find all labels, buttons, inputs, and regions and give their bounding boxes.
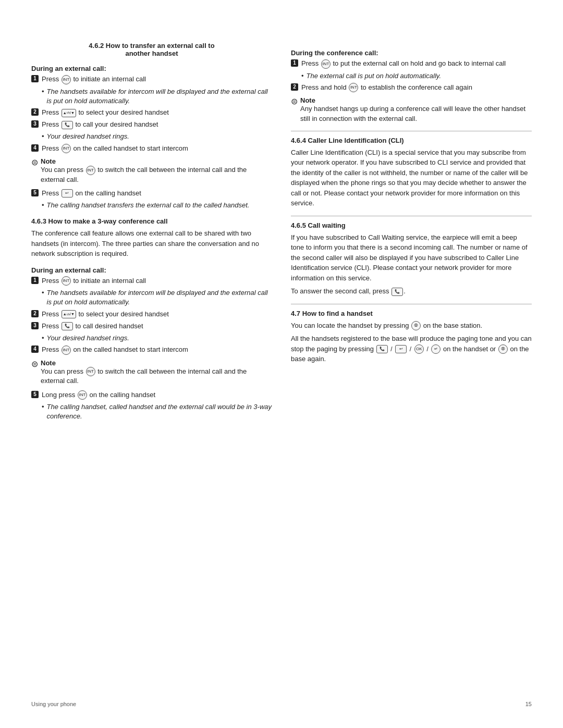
section-462-steps-4: 5 Press ↩ on the calling handset: [31, 189, 272, 198]
conf-step-2: 2 Press and hold INT to establish the co…: [291, 83, 532, 93]
int-icon-conf-2: INT: [349, 83, 358, 92]
conf-steps: 1 Press INT to put the external call on …: [291, 59, 532, 69]
during-conference-section: During the conference call: 1 Press INT …: [291, 49, 532, 124]
bullet-463-1: The handsets available for intercom will…: [42, 288, 272, 307]
section-462-bullets-3: The calling handset transfers the extern…: [42, 201, 272, 210]
note-icon-conf: ⊜: [291, 96, 298, 106]
section-47-text2: All the handsets registered to the base …: [291, 334, 532, 364]
ok-icon-47: OK: [414, 344, 424, 354]
during-external-call-label-1: During an external call:: [31, 65, 272, 72]
step-463-1: 1 Press INT to initiate an internal call: [31, 276, 272, 286]
section-463-steps-4: 5 Long press INT on the calling handset: [31, 390, 272, 400]
during-external-call-label-2: During an external call:: [31, 266, 272, 274]
note-box-1: ⊜ Note You can press INT to switch the c…: [31, 157, 272, 184]
step-463-3: 3 Press 📞 to call desired handset: [31, 322, 272, 331]
section-463-bullets-2: Your desired handset rings.: [42, 334, 272, 343]
int-icon-note: INT: [86, 166, 95, 175]
conf-steps-2: 2 Press and hold INT to establish the co…: [291, 83, 532, 93]
section-462-title: 4.6.2 How to transfer an external call t…: [31, 42, 272, 57]
section-462-bullets-1: The handsets available for intercom will…: [42, 87, 272, 106]
bullet-463-3: The calling handset, called handset and …: [42, 402, 272, 421]
int-icon-463: INT: [62, 276, 71, 286]
section-462-steps-3: 4 Press INT on the called handset to sta…: [31, 144, 272, 154]
conf-step-1: 1 Press INT to put the external call on …: [291, 59, 532, 69]
call-icon-463: 📞: [62, 322, 73, 330]
divider-1: [291, 131, 532, 131]
note-icon-463: ⊜: [31, 359, 38, 369]
end-icon: ↩: [62, 189, 73, 198]
end-icon-47: ↩: [395, 345, 407, 353]
call-icon: 📞: [62, 121, 73, 129]
int-icon: INT: [62, 75, 71, 84]
step-463-5: 5 Long press INT on the calling handset: [31, 390, 272, 400]
note-box-conf: ⊜ Note Any handset hangs up during a con…: [291, 96, 532, 123]
divider-3: [291, 304, 532, 304]
section-462-steps: 1 Press INT to initiate an internal call: [31, 75, 272, 84]
section-463-intro: The conference call feature allows one e…: [31, 228, 272, 259]
section-464-title: 4.6.4 Caller Line Identification (CLI): [291, 137, 532, 144]
section-463-bullets-1: The handsets available for intercom will…: [42, 288, 272, 307]
during-conference-label: During the conference call:: [291, 49, 532, 57]
int-icon-2: INT: [62, 144, 71, 153]
int-icon-463-5: INT: [78, 390, 87, 400]
section-465-text1: If you have subscribed to Call Waiting s…: [291, 232, 532, 283]
left-column: 4.6.2 How to transfer an external call t…: [31, 42, 272, 428]
note-icon-1: ⊜: [31, 157, 38, 167]
bullet-1: The handsets available for intercom will…: [42, 87, 272, 106]
footer-right: 15: [525, 701, 532, 707]
section-463-title: 4.6.3 How to make a 3-way conference cal…: [31, 217, 272, 225]
nav-icon-463: ▲ch/▼: [62, 310, 76, 318]
section-47-text1: You can locate the handset by pressing ⦿…: [291, 320, 532, 331]
page-icon-47: ⦿: [498, 344, 508, 354]
note-box-463: ⊜ Note You can press INT to switch the c…: [31, 359, 272, 386]
step-463-2: 2 Press ▲ch/▼ to select your desired han…: [31, 310, 272, 319]
talk-icon-465: 📞: [391, 288, 403, 296]
right-column: During the conference call: 1 Press INT …: [291, 42, 532, 428]
section-463-steps-1: 1 Press INT to initiate an internal call: [31, 276, 272, 286]
bullet-2: Your desired handset rings.: [42, 132, 272, 141]
page-icon: ⦿: [411, 321, 421, 330]
step-3: 3 Press 📞 to call your desired handset: [31, 120, 272, 129]
footer-left: Using your phone: [31, 701, 76, 707]
section-462: 4.6.2 How to transfer an external call t…: [31, 42, 272, 210]
int-icon-conf-1: INT: [321, 59, 331, 69]
page-layout: 4.6.2 How to transfer an external call t…: [31, 42, 532, 428]
conf-bullets-1: The external call is put on hold automat…: [301, 71, 532, 81]
nav-icon: ▲ch/▼: [62, 109, 76, 117]
section-47: 4.7 How to find a handset You can locate…: [291, 310, 532, 364]
section-463-steps-2: 2 Press ▲ch/▼ to select your desired han…: [31, 310, 272, 331]
section-464-text: Caller Line Identification (CLI) is a sp…: [291, 147, 532, 208]
step-1: 1 Press INT to initiate an internal call: [31, 75, 272, 84]
section-462-bullets-2: Your desired handset rings.: [42, 132, 272, 141]
bullet-463-2: Your desired handset rings.: [42, 334, 272, 343]
int-icon-note-463: INT: [86, 367, 95, 376]
section-465-text2: To answer the second call, press 📞.: [291, 286, 532, 297]
divider-2: [291, 216, 532, 216]
step-2: 2 Press ▲ch/▼ to select your desired han…: [31, 108, 272, 117]
section-463: 4.6.3 How to make a 3-way conference cal…: [31, 217, 272, 421]
talk-icon-47: 📞: [376, 345, 388, 353]
footer: Using your phone 15: [31, 701, 532, 707]
bullet-3: The calling handset transfers the extern…: [42, 201, 272, 210]
step-463-4: 4 Press INT on the called handset to sta…: [31, 345, 272, 355]
step-5: 5 Press ↩ on the calling handset: [31, 189, 272, 198]
section-464: 4.6.4 Caller Line Identification (CLI) C…: [291, 137, 532, 208]
int-icon-463-4: INT: [62, 346, 71, 355]
section-462-steps-2: 2 Press ▲ch/▼ to select your desired han…: [31, 108, 272, 129]
back-icon-47: ↵: [431, 344, 440, 354]
section-463-bullets-3: The calling handset, called handset and …: [42, 402, 272, 421]
conf-bullet-1: The external call is put on hold automat…: [301, 71, 532, 81]
section-465: 4.6.5 Call waiting If you have subscribe…: [291, 221, 532, 297]
section-465-title: 4.6.5 Call waiting: [291, 221, 532, 229]
step-4: 4 Press INT on the called handset to sta…: [31, 144, 272, 154]
section-463-steps-3: 4 Press INT on the called handset to sta…: [31, 345, 272, 355]
section-47-title: 4.7 How to find a handset: [291, 310, 532, 317]
